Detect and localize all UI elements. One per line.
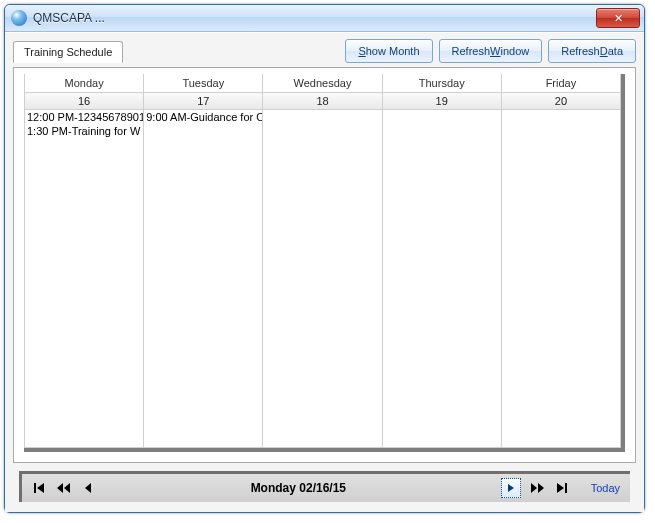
col-header-thursday: Thursday — [383, 74, 502, 92]
date-thursday[interactable]: 19 — [383, 93, 502, 109]
app-window: QMSCAPA ... ✕ Training Schedule Show Mon… — [4, 4, 645, 513]
date-wednesday[interactable]: 18 — [263, 93, 382, 109]
svg-marker-3 — [64, 483, 70, 493]
calendar-event[interactable]: 12:00 PM-1234567890123456789012 — [25, 110, 143, 124]
day-column-friday[interactable] — [502, 110, 621, 447]
day-column-monday[interactable]: 12:00 PM-1234567890123456789012 1:30 PM-… — [25, 110, 144, 447]
calendar: Monday Tuesday Wednesday Thursday Friday… — [24, 74, 625, 452]
current-date-label: Monday 02/16/15 — [96, 481, 501, 495]
next-page-icon[interactable] — [529, 480, 545, 496]
date-nav-bar: Monday 02/16/15 Today — [19, 471, 630, 502]
calendar-date-header: 16 17 18 19 20 — [24, 92, 621, 110]
col-header-wednesday: Wednesday — [263, 74, 382, 92]
svg-marker-1 — [37, 483, 44, 493]
first-icon[interactable] — [32, 480, 48, 496]
svg-marker-7 — [538, 483, 544, 493]
refresh-window-button[interactable]: Refresh Window — [439, 39, 543, 63]
date-tuesday[interactable]: 17 — [144, 93, 263, 109]
last-icon[interactable] — [553, 480, 569, 496]
close-button[interactable]: ✕ — [596, 8, 640, 28]
calendar-body: 12:00 PM-1234567890123456789012 1:30 PM-… — [24, 110, 621, 448]
client-area: Training Schedule Show Month Refresh Win… — [5, 32, 644, 512]
toolbar: Training Schedule Show Month Refresh Win… — [5, 33, 644, 67]
day-column-wednesday[interactable] — [263, 110, 382, 447]
prev-page-icon[interactable] — [56, 480, 72, 496]
svg-marker-4 — [85, 483, 91, 493]
col-header-tuesday: Tuesday — [144, 74, 263, 92]
titlebar: QMSCAPA ... ✕ — [5, 5, 644, 32]
today-link[interactable]: Today — [591, 482, 620, 494]
date-monday[interactable]: 16 — [25, 93, 144, 109]
svg-rect-0 — [34, 483, 36, 493]
svg-marker-6 — [531, 483, 537, 493]
calendar-event[interactable]: 9:00 AM-Guidance for O — [144, 110, 262, 124]
day-column-tuesday[interactable]: 9:00 AM-Guidance for O — [144, 110, 263, 447]
svg-marker-8 — [557, 483, 564, 493]
play-button[interactable] — [501, 478, 521, 498]
calendar-event[interactable]: 1:30 PM-Training for W — [25, 124, 143, 138]
col-header-friday: Friday — [502, 74, 621, 92]
svg-rect-9 — [565, 483, 567, 493]
window-title: QMSCAPA ... — [33, 11, 105, 25]
date-friday[interactable]: 20 — [502, 93, 621, 109]
calendar-day-header: Monday Tuesday Wednesday Thursday Friday — [24, 74, 621, 92]
svg-marker-5 — [508, 484, 514, 492]
refresh-data-button[interactable]: Refresh Data — [548, 39, 636, 63]
close-icon: ✕ — [614, 12, 623, 25]
tab-training-schedule[interactable]: Training Schedule — [13, 41, 123, 63]
prev-icon[interactable] — [80, 480, 96, 496]
tab-panel: Monday Tuesday Wednesday Thursday Friday… — [13, 67, 636, 463]
app-icon — [11, 10, 27, 26]
col-header-monday: Monday — [25, 74, 144, 92]
svg-marker-2 — [57, 483, 63, 493]
show-month-button[interactable]: Show Month — [345, 39, 432, 63]
day-column-thursday[interactable] — [383, 110, 502, 447]
